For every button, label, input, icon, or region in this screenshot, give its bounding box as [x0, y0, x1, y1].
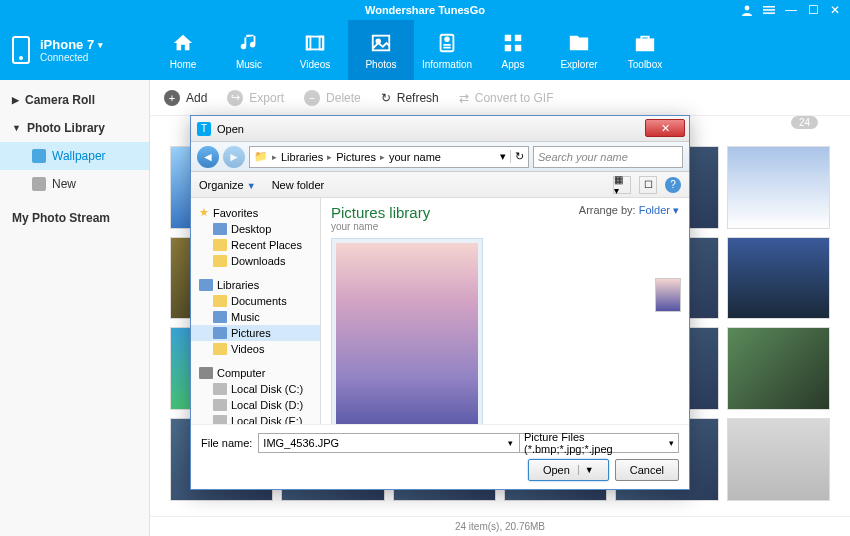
- recent-icon: [213, 239, 227, 251]
- filename-label: File name:: [201, 437, 252, 449]
- svg-rect-12: [515, 34, 521, 40]
- dialog-titlebar[interactable]: TOpen ✕: [191, 116, 689, 142]
- info-icon: [435, 31, 459, 55]
- dialog-navbar: ◄ ► 📁 ▸ Libraries ▸ Pictures ▸ your name…: [191, 142, 689, 172]
- svg-rect-2: [763, 9, 775, 11]
- svg-rect-3: [763, 12, 775, 14]
- svg-rect-5: [307, 36, 311, 49]
- sidebar-my-photo-stream[interactable]: My Photo Stream: [0, 204, 149, 232]
- nav-forward-button[interactable]: ►: [223, 146, 245, 168]
- cancel-button[interactable]: Cancel: [615, 459, 679, 481]
- music-icon: [237, 31, 261, 55]
- minimize-icon[interactable]: —: [784, 3, 798, 17]
- tree-desktop[interactable]: Desktop: [191, 221, 320, 237]
- convert-gif-button[interactable]: ⇄Convert to GIF: [459, 91, 554, 105]
- svg-point-10: [445, 37, 449, 41]
- refresh-icon: ↻: [381, 91, 391, 105]
- organize-button[interactable]: Organize ▼: [199, 179, 256, 191]
- close-icon[interactable]: ✕: [828, 3, 842, 17]
- status-bar: 24 item(s), 20.76MB: [150, 516, 850, 536]
- delete-button[interactable]: −Delete: [304, 90, 361, 106]
- export-button[interactable]: ↪Export: [227, 90, 284, 106]
- refresh-button[interactable]: ↻Refresh: [381, 91, 439, 105]
- folder-icon: [32, 149, 46, 163]
- tree-disk-c[interactable]: Local Disk (C:): [191, 381, 320, 397]
- tree-music[interactable]: Music: [191, 309, 320, 325]
- downloads-icon: [213, 255, 227, 267]
- sidebar-camera-roll[interactable]: ▶Camera Roll: [0, 86, 149, 114]
- disk-icon: [213, 383, 227, 395]
- music-folder-icon: [213, 311, 227, 323]
- new-folder-button[interactable]: New folder: [272, 179, 325, 191]
- nav-explorer[interactable]: Explorer: [546, 20, 612, 80]
- phone-icon: [12, 36, 30, 64]
- photo-thumb[interactable]: [727, 237, 830, 320]
- tree-disk-d[interactable]: Local Disk (D:): [191, 397, 320, 413]
- nav-photos[interactable]: Photos: [348, 20, 414, 80]
- disk-icon: [213, 415, 227, 424]
- nav-toolbox[interactable]: Toolbox: [612, 20, 678, 80]
- file-list-pane: Pictures library your name Arrange by: F…: [321, 198, 689, 424]
- device-name: iPhone 7 ▾: [40, 37, 103, 52]
- filetype-dropdown[interactable]: Picture Files (*.bmp;*.jpg;*.jpeg▾: [519, 433, 679, 453]
- breadcrumb-path[interactable]: 📁 ▸ Libraries ▸ Pictures ▸ your name ▾ ↻: [249, 146, 529, 168]
- tree-favorites[interactable]: ★Favorites: [191, 204, 320, 221]
- maximize-icon[interactable]: ☐: [806, 3, 820, 17]
- tree-videos[interactable]: Videos: [191, 341, 320, 357]
- nav-information[interactable]: Information: [414, 20, 480, 80]
- tree-libraries[interactable]: Libraries: [191, 277, 320, 293]
- nav-apps[interactable]: Apps: [480, 20, 546, 80]
- svg-rect-6: [320, 36, 324, 49]
- sidebar-photo-library[interactable]: ▼Photo Library: [0, 114, 149, 142]
- main-nav: Home Music Videos Photos Information App…: [150, 20, 850, 80]
- filename-input[interactable]: [258, 433, 520, 453]
- delete-icon: −: [304, 90, 320, 106]
- preview-pane-button[interactable]: ☐: [639, 176, 657, 194]
- help-button[interactable]: ?: [665, 177, 681, 193]
- folder-tree: ★Favorites Desktop Recent Places Downloa…: [191, 198, 321, 424]
- photo-icon: [369, 31, 393, 55]
- nav-music[interactable]: Music: [216, 20, 282, 80]
- open-button[interactable]: Open▼: [528, 459, 609, 481]
- apps-icon: [501, 31, 525, 55]
- tree-documents[interactable]: Documents: [191, 293, 320, 309]
- gif-icon: ⇄: [459, 91, 469, 105]
- view-options-button[interactable]: ▦ ▾: [613, 176, 631, 194]
- photo-thumb[interactable]: [727, 418, 830, 501]
- user-icon[interactable]: [740, 3, 754, 17]
- photo-thumb[interactable]: [727, 327, 830, 410]
- svg-rect-11: [505, 34, 511, 40]
- window-titlebar: Wondershare TunesGo — ☐ ✕: [0, 0, 850, 20]
- video-icon: [303, 31, 327, 55]
- menu-icon[interactable]: [762, 3, 776, 17]
- library-subtitle: your name: [331, 221, 430, 232]
- nav-back-button[interactable]: ◄: [197, 146, 219, 168]
- sidebar-new[interactable]: New: [0, 170, 149, 198]
- svg-rect-15: [637, 39, 654, 50]
- preview-thumbnail: [655, 278, 681, 312]
- tree-pictures[interactable]: Pictures: [191, 325, 320, 341]
- tree-recent[interactable]: Recent Places: [191, 237, 320, 253]
- app-title: Wondershare TunesGo: [365, 4, 485, 16]
- tree-downloads[interactable]: Downloads: [191, 253, 320, 269]
- videos-folder-icon: [213, 343, 227, 355]
- file-item[interactable]: IMG_4536.JPG: [331, 238, 483, 424]
- dialog-search-input[interactable]: Search your name: [533, 146, 683, 168]
- pictures-folder-icon: [213, 327, 227, 339]
- documents-icon: [213, 295, 227, 307]
- dialog-toolbar: Organize ▼ New folder ▦ ▾ ☐ ?: [191, 172, 689, 198]
- add-button[interactable]: +Add: [164, 90, 207, 106]
- svg-rect-13: [505, 44, 511, 50]
- dialog-close-button[interactable]: ✕: [645, 119, 685, 137]
- svg-rect-4: [307, 36, 324, 49]
- tree-computer[interactable]: Computer: [191, 365, 320, 381]
- nav-home[interactable]: Home: [150, 20, 216, 80]
- device-panel[interactable]: iPhone 7 ▾ Connected: [0, 20, 150, 80]
- toolbox-icon: [633, 31, 657, 55]
- nav-videos[interactable]: Videos: [282, 20, 348, 80]
- arrange-by[interactable]: Arrange by: Folder ▾: [579, 204, 679, 217]
- tree-disk-e[interactable]: Local Disk (E:): [191, 413, 320, 424]
- photo-thumb[interactable]: [727, 146, 830, 229]
- sidebar-wallpaper[interactable]: Wallpaper: [0, 142, 149, 170]
- desktop-icon: [213, 223, 227, 235]
